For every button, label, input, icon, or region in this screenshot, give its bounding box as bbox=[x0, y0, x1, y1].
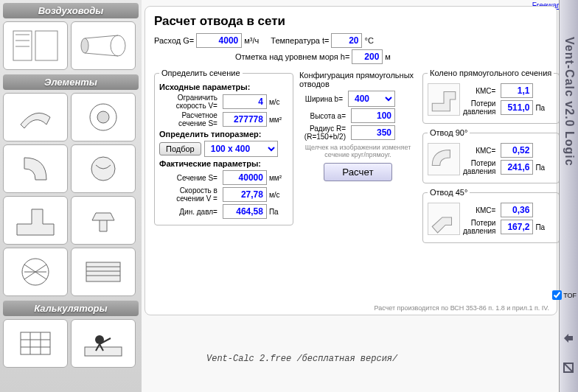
svg-line-26 bbox=[564, 363, 573, 372]
svg-rect-0 bbox=[13, 31, 32, 60]
hint-text: Щелчек на изображении изменяет сечение к… bbox=[299, 144, 417, 158]
svg-rect-18 bbox=[21, 332, 50, 354]
height-label: Высота a= bbox=[299, 112, 346, 120]
fit3-fieldset: Отвод 45° КМС= Потери давленияПа bbox=[422, 188, 560, 243]
height-input[interactable] bbox=[351, 108, 395, 123]
limit-v-input[interactable] bbox=[223, 94, 267, 109]
svg-point-6 bbox=[81, 38, 88, 53]
act-v-label: Скорость в сечении V = bbox=[159, 186, 217, 203]
radius-label: Радиус R= (R=150+b/2) bbox=[299, 125, 346, 141]
main-panel: Расчет отвода в сети Расход G= м³/ч Темп… bbox=[144, 6, 557, 315]
footer-note: Расчет производится по ВСН 353-86 п. 1.8… bbox=[374, 304, 549, 312]
element-2[interactable] bbox=[71, 93, 136, 141]
page-title: Расчет отвода в сети bbox=[154, 14, 548, 29]
element-6[interactable] bbox=[71, 196, 136, 245]
temp-label: Температура t= bbox=[271, 36, 329, 45]
calc-s-unit: мм² bbox=[269, 116, 288, 124]
config-title: Конфигурация прямоугольных отводов bbox=[299, 71, 417, 88]
actual-params-title: Фактические параметры: bbox=[159, 159, 288, 168]
flow-label: Расход G= bbox=[154, 36, 194, 45]
pick-button[interactable]: Подбор bbox=[159, 142, 201, 155]
calc-button[interactable]: Расчет bbox=[324, 163, 391, 181]
fit2-legend: Отвод 90° bbox=[428, 128, 470, 137]
fit3-loss[interactable] bbox=[501, 220, 533, 234]
element-1[interactable] bbox=[3, 93, 68, 141]
width-select[interactable]: 400 bbox=[348, 91, 395, 107]
element-8[interactable] bbox=[71, 248, 136, 296]
tor-label: TOF bbox=[563, 292, 577, 299]
width-label: Ширина b= bbox=[299, 95, 343, 103]
dyn-p-input[interactable] bbox=[223, 204, 267, 219]
act-v-input[interactable] bbox=[223, 187, 267, 202]
element-3[interactable] bbox=[3, 144, 68, 193]
dyn-p-unit: Па bbox=[269, 208, 288, 216]
section-calculators: Калькуляторы bbox=[3, 301, 139, 316]
fit1-legend: Колено прямоугольного сечения bbox=[428, 69, 554, 77]
duct-tool-2[interactable] bbox=[71, 21, 136, 70]
alt-unit: м bbox=[385, 52, 391, 61]
tor-checkbox[interactable] bbox=[552, 290, 562, 300]
size-select[interactable]: 100 x 400 bbox=[204, 141, 278, 157]
svg-rect-14 bbox=[86, 262, 120, 281]
dyn-p-label: Дин. давл= bbox=[159, 208, 217, 216]
act-s-input[interactable] bbox=[223, 170, 267, 185]
fit2-fieldset: Отвод 90° КМС= Потери давленияПа bbox=[422, 128, 560, 183]
fit3-legend: Отвод 45° bbox=[428, 188, 470, 197]
version-note: Vent-Calc 2.free /бесплатная версия/ bbox=[206, 354, 397, 364]
calc-s-input[interactable] bbox=[223, 112, 267, 127]
fit1-kmc[interactable] bbox=[501, 83, 533, 98]
section-fieldset: Определить сечение Исходные параметры: О… bbox=[154, 69, 293, 225]
fit3-kmc[interactable] bbox=[501, 203, 533, 217]
fit3-icon[interactable] bbox=[428, 203, 460, 235]
calc-s-label: Расчетное сечение S= bbox=[159, 111, 217, 127]
section-ducts: Воздуховоды bbox=[3, 3, 139, 18]
alt-input[interactable] bbox=[352, 49, 383, 64]
svg-point-5 bbox=[111, 35, 125, 56]
radius-input[interactable] bbox=[351, 125, 395, 140]
temp-unit: °С bbox=[364, 36, 373, 45]
calc-2[interactable] bbox=[71, 319, 136, 368]
element-5[interactable] bbox=[3, 196, 68, 245]
section-elements: Элементы bbox=[3, 74, 139, 90]
fit1-icon[interactable] bbox=[428, 83, 460, 116]
alt-label: Отметка над уровнем моря h= bbox=[235, 52, 349, 61]
calc-1[interactable] bbox=[3, 319, 68, 368]
left-sidebar: Воздуховоды Элементы Калькуляторы bbox=[0, 0, 142, 392]
strip-icon-1[interactable] bbox=[562, 332, 575, 345]
duct-tool-1[interactable] bbox=[3, 21, 68, 70]
fit2-loss[interactable] bbox=[501, 160, 533, 175]
act-s-label: Сечение S= bbox=[159, 174, 217, 182]
app-title-vertical: Vent-Calc v2.0 Logic bbox=[563, 37, 576, 167]
svg-rect-23 bbox=[85, 347, 122, 356]
temp-input[interactable] bbox=[331, 33, 362, 48]
size-title: Определить типоразмер: bbox=[159, 130, 288, 139]
act-s-unit: мм² bbox=[269, 174, 288, 182]
strip-icon-2[interactable] bbox=[562, 361, 575, 374]
flow-unit: м³/ч bbox=[244, 36, 259, 45]
fit2-icon[interactable] bbox=[428, 143, 460, 175]
svg-rect-4 bbox=[35, 31, 58, 60]
act-v-unit: м/с bbox=[269, 191, 288, 199]
initial-params-title: Исходные параметры: bbox=[159, 83, 288, 91]
limit-v-label: Ограничить скорость V= bbox=[159, 94, 217, 110]
fit1-loss[interactable] bbox=[501, 100, 533, 115]
fit2-kmc[interactable] bbox=[501, 143, 533, 158]
limit-v-unit: м/с bbox=[269, 98, 288, 106]
flow-input[interactable] bbox=[196, 33, 242, 48]
element-4[interactable] bbox=[71, 144, 136, 193]
fit1-fieldset: Колено прямоугольного сечения КМС= Потер… bbox=[422, 69, 560, 124]
right-strip: Vent-Calc v2.0 Logic TOF bbox=[559, 0, 578, 392]
svg-point-8 bbox=[97, 111, 109, 123]
section-legend: Определить сечение bbox=[159, 69, 243, 77]
element-7[interactable] bbox=[3, 248, 68, 296]
